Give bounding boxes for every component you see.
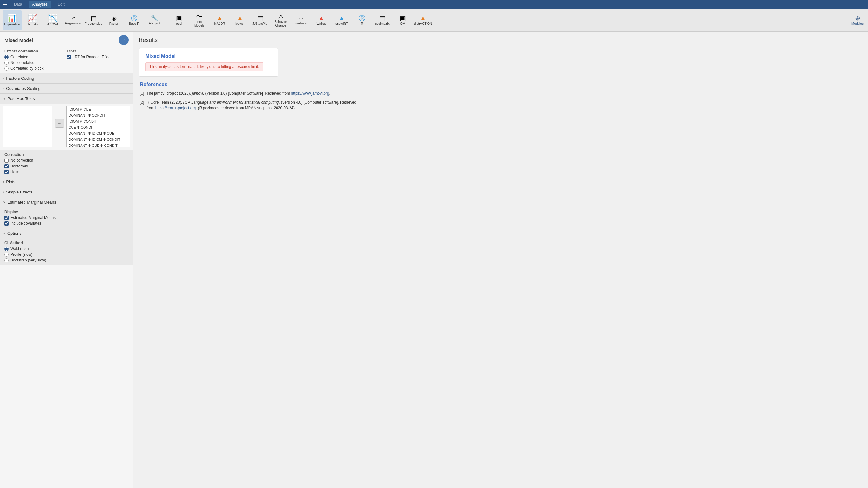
- ci-bootstrap[interactable]: Bootstrap (very slow): [4, 258, 129, 262]
- ref-1-link[interactable]: https://www.jamovi.org: [291, 91, 329, 96]
- correction-checkbox-group: No correction Bonferroni Holm: [4, 158, 129, 174]
- toolbar-medmod[interactable]: ↔ medmod: [291, 10, 311, 31]
- effects-corr-by-block-label: Correlated by block: [10, 66, 43, 70]
- right-panel: Results Mixed Model This analysis has te…: [133, 32, 868, 488]
- toolbar-r[interactable]: Ⓡ R: [352, 10, 372, 31]
- jjstatsplot-label: JJStatsPlot: [252, 22, 268, 26]
- toolbar-regression[interactable]: ↗ Regression: [64, 10, 83, 31]
- factors-coding-chevron: ›: [3, 76, 4, 80]
- post-hoc-option-0[interactable]: IDIOM ✻ CUE: [67, 106, 130, 112]
- emm-checkbox[interactable]: Estimated Marginal Means: [4, 216, 129, 220]
- factors-coding-header[interactable]: › Factors Coding: [0, 73, 133, 83]
- toolbar-major[interactable]: ▲ MAJOR: [210, 10, 229, 31]
- anova-icon: 📉: [48, 14, 58, 22]
- ref-2-link[interactable]: https://cran.r-project.org: [155, 106, 196, 110]
- ref-1-content: The jamovi project (2020). jamovi. (Vers…: [147, 91, 330, 96]
- anova-label: ANOVA: [48, 23, 58, 26]
- toolbar-jpower[interactable]: ▲ jpower: [230, 10, 249, 31]
- options-chevron: ∨: [3, 232, 5, 235]
- toolbar-esci[interactable]: ▣ esci: [169, 10, 188, 31]
- post-hoc-option-6[interactable]: DOMINANT ✻ CUE ✻ CONDIT: [67, 143, 130, 148]
- toolbar-behavior-change[interactable]: △ Behavior Change: [271, 10, 290, 31]
- post-hoc-option-3[interactable]: CUE ✻ CONDIT: [67, 125, 130, 131]
- toolbar-frequencies[interactable]: ▦ Frequencies: [84, 10, 103, 31]
- post-hoc-option-2[interactable]: IDIOM ✻ CONDIT: [67, 119, 130, 125]
- ref-1-italic: jamovi: [192, 91, 203, 96]
- no-correction-label: No correction: [10, 158, 33, 163]
- effects-correlated-label: Correlated: [10, 55, 28, 59]
- correction-label: Correction: [4, 153, 129, 157]
- base-r-icon: Ⓡ: [131, 15, 137, 21]
- post-hoc-left-list[interactable]: [3, 106, 53, 148]
- plots-header[interactable]: › Plots: [0, 177, 133, 187]
- reference-item-2: [2] R Core Team (2020). R: A Language an…: [140, 99, 360, 111]
- modules-button[interactable]: ⊕ Modules: [849, 15, 865, 26]
- jpower-label: jpower: [235, 22, 244, 26]
- post-hoc-option-4[interactable]: DOMINANT ✻ IDIOM ✻ CUE: [67, 131, 130, 137]
- snowirt-icon: ▲: [339, 15, 345, 21]
- post-hoc-options-list[interactable]: IDIOM ✻ CUE DOMINANT ✻ CONDIT IDIOM ✻ CO…: [66, 106, 130, 148]
- ci-wald-label: Wald (fast): [10, 247, 29, 251]
- emm-header[interactable]: ∨ Estimated Marginal Means: [0, 197, 133, 207]
- r-icon: Ⓡ: [359, 15, 365, 21]
- menu-tab-analyses[interactable]: Analyses: [29, 1, 51, 8]
- ci-method-section: CI Method Wald (fast) Profile (slow) Boo…: [0, 238, 133, 265]
- panel-title: Mixed Model →: [0, 32, 133, 47]
- hamburger-icon[interactable]: ☰: [3, 2, 7, 8]
- modules-label: Modules: [851, 22, 864, 26]
- modules-icon: ⊕: [855, 15, 860, 21]
- toolbar-exploration[interactable]: 📊 Exploration: [3, 10, 22, 31]
- effects-not-correlated[interactable]: Not correlated: [4, 60, 67, 65]
- factor-label: Factor: [109, 22, 118, 26]
- major-icon: ▲: [216, 15, 223, 21]
- left-panel: Mixed Model → Effects correlation Correl…: [0, 32, 133, 488]
- holm-checkbox[interactable]: Holm: [4, 170, 129, 174]
- jpower-icon: ▲: [237, 15, 243, 21]
- toolbar-factor[interactable]: ◈ Factor: [104, 10, 123, 31]
- exploration-label: Exploration: [4, 23, 20, 26]
- simple-effects-header[interactable]: › Simple Effects: [0, 187, 133, 197]
- toolbar-separator: [166, 12, 167, 28]
- frequencies-icon: ▦: [91, 15, 97, 21]
- toolbar-qm[interactable]: ▣ QM: [393, 10, 412, 31]
- bonferroni-checkbox[interactable]: Bonferroni: [4, 164, 129, 168]
- toolbar-seolmatrix[interactable]: ▦ seolmatrix: [373, 10, 392, 31]
- effects-correlated[interactable]: Correlated: [4, 55, 67, 59]
- toolbar-distraction[interactable]: ▲ distrACTION: [413, 10, 433, 31]
- toolbar-flexplot[interactable]: 🔧 Flexplot: [145, 10, 164, 31]
- toolbar-walrus[interactable]: ▲ Walrus: [312, 10, 331, 31]
- ci-profile[interactable]: Profile (slow): [4, 252, 129, 257]
- post-hoc-option-5[interactable]: DOMINANT ✻ IDIOM ✻ CONDIT: [67, 137, 130, 143]
- toolbar-base-r[interactable]: Ⓡ Base R: [125, 10, 144, 31]
- no-correction-checkbox[interactable]: No correction: [4, 158, 129, 163]
- ref-2-num: [2]: [140, 99, 144, 111]
- include-covariates-checkbox[interactable]: Include covariates: [4, 221, 129, 226]
- simple-effects-section: › Simple Effects: [0, 187, 133, 197]
- panel-title-text: Mixed Model: [4, 37, 33, 43]
- go-button[interactable]: →: [119, 35, 129, 45]
- lrt-label: LRT for Random Effects: [73, 55, 114, 59]
- lrt-checkbox[interactable]: LRT for Random Effects: [67, 55, 129, 59]
- post-hoc-option-1[interactable]: DOMINANT ✻ CONDIT: [67, 112, 130, 119]
- mixed-model-card: Mixed Model This analysis has terminated…: [138, 48, 278, 76]
- snowirt-label: snowIRT: [335, 22, 348, 26]
- toolbar-anova[interactable]: 📉 ANOVA: [43, 10, 62, 31]
- seolmatrix-label: seolmatrix: [375, 22, 390, 26]
- toolbar-snowirt[interactable]: ▲ snowIRT: [332, 10, 351, 31]
- results-title: Results: [138, 37, 863, 43]
- toolbar-jjstatsplot[interactable]: ▦ JJStatsPlot: [251, 10, 270, 31]
- post-hoc-arrow-button[interactable]: →: [55, 119, 64, 128]
- qm-icon: ▣: [400, 15, 406, 21]
- effects-corr-by-block[interactable]: Correlated by block: [4, 66, 67, 70]
- toolbar-linear-models[interactable]: 〜 Linear Models: [190, 10, 209, 31]
- menu-tab-data[interactable]: Data: [11, 1, 25, 8]
- plots-section: › Plots: [0, 177, 133, 187]
- effects-tests-row: Effects correlation Correlated Not corre…: [0, 47, 133, 73]
- effects-not-correlated-label: Not correlated: [10, 60, 34, 65]
- options-header[interactable]: ∨ Options: [0, 228, 133, 238]
- post-hoc-header[interactable]: ∨ Post Hoc Tests: [0, 94, 133, 104]
- ci-wald[interactable]: Wald (fast): [4, 247, 129, 251]
- toolbar-ttests[interactable]: 📈 T-Tests: [23, 10, 42, 31]
- covariates-scaling-header[interactable]: › Covariates Scaling: [0, 84, 133, 93]
- menu-tab-edit[interactable]: Edit: [55, 1, 68, 8]
